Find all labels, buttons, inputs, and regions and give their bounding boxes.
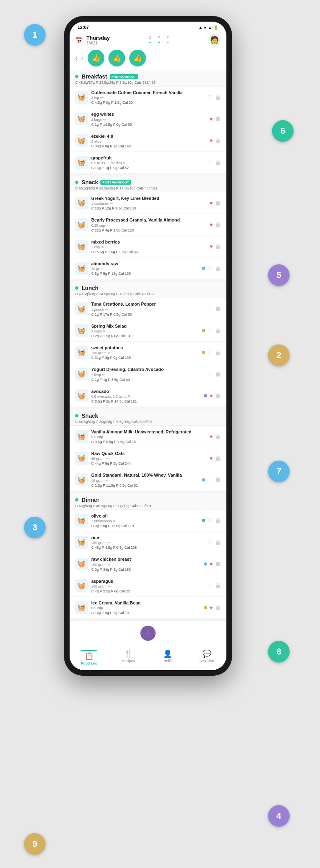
delete-icon[interactable]: 🗑 xyxy=(215,116,221,122)
food-name: rice xyxy=(91,535,204,540)
heart-icon[interactable]: ♡ xyxy=(208,327,213,334)
meal-badge-snack1: POST-WORKOUT xyxy=(100,180,131,185)
meal-macros-snack1: C 60.5g/90g P 22.5g/28g F 17.5g/10g Cals… xyxy=(75,186,221,190)
delete-icon[interactable]: 🗑 xyxy=(215,200,221,206)
annotation-1: 1 xyxy=(24,24,46,46)
food-item-lunch-4: 🧺avocado0.5 avocado, NS as to Fl...C 8.5… xyxy=(70,385,226,407)
meal-title-dinner: Dinner xyxy=(82,497,99,503)
meal-header-snack2: SnackC 46.5g/40g P 20g/28g F 6.5g/13g Ca… xyxy=(70,409,226,426)
avatar-button[interactable]: 🧑 xyxy=(208,34,221,46)
heart-icon[interactable]: ♥ xyxy=(210,222,213,228)
annotation-8: 8 xyxy=(268,641,290,663)
delete-icon[interactable]: 🗑 xyxy=(215,94,221,101)
food-icon: 🧺 xyxy=(75,452,88,465)
delete-icon[interactable]: 🗑 xyxy=(215,433,221,440)
nav-item-recipes[interactable]: 🍴Recipes xyxy=(109,649,148,665)
delete-icon[interactable]: 🗑 xyxy=(215,393,221,399)
prev-arrow[interactable]: ‹ xyxy=(75,54,77,62)
food-icon: 🧺 xyxy=(75,324,88,337)
food-icon: 🧺 xyxy=(75,218,88,231)
food-item-snack1-1: 🧺Bearly Processed Granola, Vanilla Almon… xyxy=(70,214,226,236)
delete-icon[interactable]: 🗑 xyxy=(215,604,221,611)
heart-icon[interactable]: ♥ xyxy=(210,455,213,461)
delete-icon[interactable]: 🗑 xyxy=(215,477,221,483)
food-item-snack2-2: 🧺Gold Standard, Natural, 100% Whey, Vani… xyxy=(70,469,226,491)
thumb-c-button[interactable]: 👍 xyxy=(88,50,104,66)
heart-icon[interactable]: ♥ xyxy=(210,561,213,567)
food-item-breakfast-1: 🧺egg whites4 large ✏C 1g P 14.5g F 0g Ca… xyxy=(70,108,226,130)
annotation-6: 6 xyxy=(272,120,294,142)
food-macros: C 0g P 0g F 13.5g Cal 119 xyxy=(91,524,199,528)
next-arrow[interactable]: › xyxy=(81,54,83,62)
delete-icon[interactable]: 🗑 xyxy=(215,222,221,228)
food-serving: 2 tbsp ✏ xyxy=(91,373,204,377)
heart-icon[interactable]: ♡ xyxy=(208,582,213,589)
food-item-lunch-1: 🧺Spring Mix Salad2 cups ✏C 2g P 1.5g F 0… xyxy=(70,320,226,342)
heart-icon[interactable]: ♡ xyxy=(208,517,213,524)
heart-icon[interactable]: ♡ xyxy=(208,539,213,546)
heart-icon[interactable]: ♡ xyxy=(208,477,213,483)
food-name: Greek Yogurt, Key Lime Blended xyxy=(91,195,206,201)
delete-icon[interactable]: 🗑 xyxy=(215,349,221,356)
delete-icon[interactable]: 🗑 xyxy=(215,539,221,546)
meal-section-snack1: SnackPOST-WORKOUTC 60.5g/90g P 22.5g/28g… xyxy=(70,176,226,282)
heart-icon[interactable]: ♡ xyxy=(208,349,213,356)
meal-macros-lunch: C 43.5g/40g P 24.5g/28g F 19g/20g Cals 4… xyxy=(75,292,221,296)
food-item-dinner-1: 🧺rice160 gram ✏C 45g P 4.5g F 0.5g Cal 2… xyxy=(70,532,226,553)
heart-icon[interactable]: ♡ xyxy=(208,94,213,101)
food-name: Gold Standard, Natural, 100% Whey, Vanil… xyxy=(91,472,199,478)
delete-icon[interactable]: 🗑 xyxy=(215,327,221,334)
heart-icon[interactable]: ♡ xyxy=(208,306,213,312)
food-name: almonds raw xyxy=(91,261,199,266)
food-icon: 🧺 xyxy=(75,601,88,614)
date-section: 📅 Thursday 3/4/21 xyxy=(75,35,110,46)
food-name: egg whites xyxy=(91,111,206,117)
delete-icon[interactable]: 🗑 xyxy=(215,371,221,377)
food-serving: 0.25 cup xyxy=(91,224,206,228)
heart-icon[interactable]: ♡ xyxy=(208,371,213,377)
food-icon: 🧺 xyxy=(75,536,88,549)
delete-icon[interactable]: 🗑 xyxy=(215,306,221,312)
food-macros: C 0.5g P 0.5g F 1.5g Cal 15 xyxy=(91,440,206,444)
nav-item-staxchat[interactable]: 💬StaxChat xyxy=(187,649,226,665)
heart-icon[interactable]: ♥ xyxy=(210,604,213,611)
nav-label-food-log: Food Log xyxy=(81,661,98,665)
thumb-f-button[interactable]: 👍 xyxy=(129,50,146,66)
delete-icon[interactable]: 🗑 xyxy=(215,137,221,144)
heart-icon[interactable]: ♥ xyxy=(210,116,213,122)
food-serving: 2 cups ✏ xyxy=(91,329,199,333)
heart-icon[interactable]: ♥ xyxy=(210,393,213,399)
delete-icon[interactable]: 🗑 xyxy=(215,517,221,524)
delete-icon[interactable]: 🗑 xyxy=(215,455,221,461)
food-serving: 2 slice xyxy=(91,139,206,143)
delete-icon[interactable]: 🗑 xyxy=(215,265,221,272)
food-name: asparagus xyxy=(91,578,204,584)
nav-item-food-log[interactable]: 📋Food Log xyxy=(70,649,109,665)
meal-badge-breakfast: PRE-WORKOUT xyxy=(110,74,138,79)
delete-icon[interactable]: 🗑 xyxy=(215,582,221,589)
delete-icon[interactable]: 🗑 xyxy=(215,243,221,250)
delete-icon[interactable]: 🗑 xyxy=(215,159,221,166)
macro-dots-header: C● P● F● xyxy=(149,36,169,44)
nav-item-profile[interactable]: 👤Profile xyxy=(148,649,187,665)
food-macros: C 14g P 5g F 2g Cal 70 xyxy=(91,611,201,615)
food-icon: 🧺 xyxy=(75,302,88,315)
food-macros: C 15.5g P 1.5g F 0.5g Cal 65 xyxy=(91,250,206,254)
delete-icon[interactable]: 🗑 xyxy=(215,561,221,567)
food-serving: 160 gram ✏ xyxy=(91,541,204,545)
heart-icon[interactable]: ♥ xyxy=(210,200,213,206)
food-serving: 1 tablespoon ✏ xyxy=(91,519,199,523)
bottom-nav: 📋Food Log🍴Recipes👤Profile💬StaxChat xyxy=(70,646,226,670)
heart-icon[interactable]: ♡ xyxy=(208,159,213,166)
status-icons: ▲ ● ▲ 🔋 xyxy=(198,25,218,30)
heart-icon[interactable]: ♥ xyxy=(210,137,213,144)
heart-icon[interactable]: ♡ xyxy=(208,265,213,272)
fab-button[interactable]: ⋮ xyxy=(140,626,156,641)
food-serving: 0.5 avocado, NS as to Fl... xyxy=(91,395,201,399)
thumb-p-button[interactable]: 👍 xyxy=(108,50,125,66)
food-item-breakfast-2: 🧺ezekiel 4:92 sliceC 30g P 8g F 1g Cal 1… xyxy=(70,130,226,152)
nav-label-staxchat: StaxChat xyxy=(199,659,214,663)
food-name: Bearly Processed Granola, Vanilla Almond xyxy=(91,217,206,223)
heart-icon[interactable]: ♥ xyxy=(210,243,213,250)
heart-icon[interactable]: ♥ xyxy=(210,433,213,440)
